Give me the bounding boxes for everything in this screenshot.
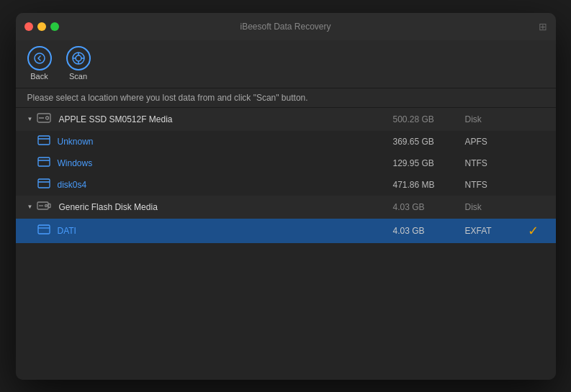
scan-label: Scan xyxy=(69,72,87,81)
drive-name-col: DATI xyxy=(37,224,393,237)
drive-name-col: ▼ APPLE SSD SM0512F Media xyxy=(27,112,393,127)
svg-rect-12 xyxy=(38,158,50,166)
instruction-bar: Please select a location where you lost … xyxy=(16,88,556,108)
close-button[interactable] xyxy=(24,22,33,31)
main-window: iBeesoft Data Recovery ⊞ Back xyxy=(16,13,556,380)
drive-action: ✓ xyxy=(523,223,544,239)
expand-icon: ▼ xyxy=(27,116,33,122)
drive-row[interactable]: ▼ APPLE SSD SM0512F Media 500.28 GB Disk xyxy=(16,108,556,131)
back-icon xyxy=(27,46,52,70)
traffic-lights xyxy=(24,22,59,31)
drive-name-col: Unknown xyxy=(37,135,393,148)
svg-rect-20 xyxy=(38,225,50,234)
drive-size: 471.86 MB xyxy=(393,180,465,190)
hdd-icon xyxy=(37,112,51,127)
selected-checkmark-icon: ✓ xyxy=(528,223,539,239)
svg-point-0 xyxy=(35,53,45,63)
drive-label: Unknown xyxy=(58,137,94,147)
drive-row[interactable]: Windows 129.95 GB NTFS xyxy=(16,152,556,174)
svg-point-2 xyxy=(76,55,81,61)
drive-size: 500.28 GB xyxy=(393,114,465,124)
drive-type: NTFS xyxy=(465,158,523,168)
usb-icon xyxy=(37,200,51,214)
partition-icon xyxy=(37,224,50,237)
drive-label: DATI xyxy=(58,226,76,236)
drive-list: ▼ APPLE SSD SM0512F Media 500.28 GB Disk xyxy=(16,108,556,380)
drive-type: EXFAT xyxy=(465,226,523,236)
drive-label: Generic Flash Disk Media xyxy=(58,202,157,212)
instruction-text: Please select a location where you lost … xyxy=(27,93,308,103)
drive-row[interactable]: Unknown 369.65 GB APFS xyxy=(16,131,556,152)
drive-type: Disk xyxy=(465,202,523,212)
drive-table: ▼ APPLE SSD SM0512F Media 500.28 GB Disk xyxy=(16,108,556,243)
svg-point-8 xyxy=(46,117,49,119)
drive-row[interactable]: DATI 4.03 GB EXFAT ✓ xyxy=(16,219,556,243)
drive-size: 4.03 GB xyxy=(393,226,465,236)
toolbar: Back Scan xyxy=(16,40,556,88)
scan-button[interactable]: Scan xyxy=(66,46,91,81)
maximize-button[interactable] xyxy=(50,22,59,31)
drive-name-col: disk0s4 xyxy=(37,178,393,191)
expand-icon: ▼ xyxy=(27,204,33,210)
window-title: iBeesoft Data Recovery xyxy=(240,22,331,32)
svg-point-18 xyxy=(45,204,48,206)
drive-row[interactable]: disk0s4 471.86 MB NTFS xyxy=(16,174,556,196)
drive-label: Windows xyxy=(58,158,93,168)
drive-type: Disk xyxy=(465,114,523,124)
drive-size: 369.65 GB xyxy=(393,137,465,147)
drive-label: disk0s4 xyxy=(58,180,87,190)
titlebar: iBeesoft Data Recovery ⊞ xyxy=(16,13,556,40)
partition-icon xyxy=(37,157,50,170)
drive-row[interactable]: ▼ Generic Flash Disk Media 4.03 GB Disk xyxy=(16,196,556,219)
svg-rect-10 xyxy=(38,136,50,145)
scan-icon xyxy=(66,46,91,70)
back-label: Back xyxy=(30,72,48,81)
drive-label: APPLE SSD SM0512F Media xyxy=(58,114,172,124)
drive-type: APFS xyxy=(465,137,523,147)
partition-icon xyxy=(37,178,50,191)
svg-rect-17 xyxy=(48,204,50,207)
sidebar-icon: ⊞ xyxy=(539,21,547,32)
drive-type: NTFS xyxy=(465,180,523,190)
drive-name-col: ▼ Generic Flash Disk Media xyxy=(27,200,393,214)
drive-size: 4.03 GB xyxy=(393,202,465,212)
drive-name-col: Windows xyxy=(37,157,393,170)
partition-icon xyxy=(37,135,50,148)
back-button[interactable]: Back xyxy=(27,46,52,81)
minimize-button[interactable] xyxy=(37,22,46,31)
svg-rect-14 xyxy=(38,179,50,188)
drive-size: 129.95 GB xyxy=(393,158,465,168)
